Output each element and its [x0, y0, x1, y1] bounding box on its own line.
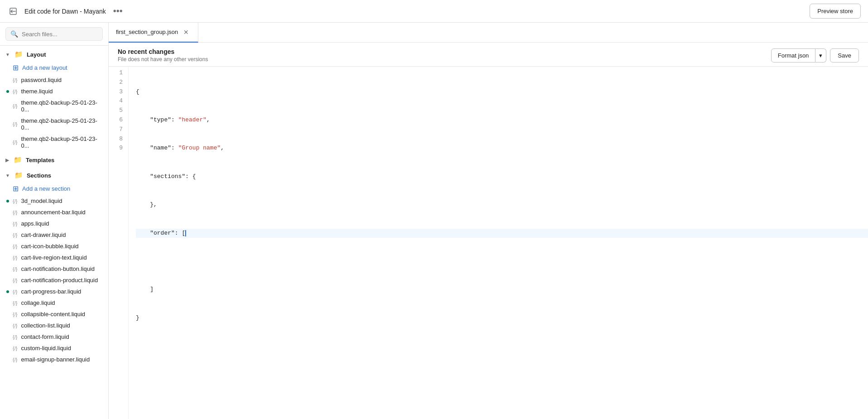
- code-editor[interactable]: 1 2 3 4 5 6 7 8 9 { "type": "header", "n…: [109, 67, 868, 419]
- list-item[interactable]: {/} theme.qb2-backup-25-01-23-0...: [0, 97, 108, 115]
- liquid-icon: {/}: [13, 312, 17, 317]
- list-item[interactable]: {/} apps.liquid: [0, 218, 108, 229]
- add-section-item[interactable]: ⊞ Add a new section: [0, 182, 108, 195]
- topbar-left: Edit code for Dawn - Mayank •••: [7, 4, 125, 18]
- code-line: "sections": {: [136, 172, 868, 182]
- preview-store-button[interactable]: Preview store: [810, 4, 861, 19]
- save-button[interactable]: Save: [830, 48, 859, 63]
- more-options-button[interactable]: •••: [111, 4, 125, 18]
- list-item[interactable]: {/} theme.qb2-backup-25-01-23-0...: [0, 133, 108, 151]
- file-name: cart-notification-product.liquid: [21, 277, 98, 284]
- sections-label: Sections: [27, 172, 51, 179]
- main-area: 🔍 ▼ 📁 Layout ⊞ Add a new layout {/} pass…: [0, 23, 868, 419]
- templates-label: Templates: [26, 157, 54, 164]
- list-item[interactable]: {/} cart-icon-bubble.liquid: [0, 241, 108, 252]
- add-section-label: Add a new section: [22, 185, 70, 192]
- code-line: [136, 257, 868, 266]
- folder-icon: 📁: [14, 156, 22, 164]
- sidebar-section-templates: ▶ 📁 Templates: [0, 153, 108, 167]
- liquid-icon: {/}: [13, 103, 17, 109]
- list-item[interactable]: {/} email-signup-banner.liquid: [0, 354, 108, 365]
- list-item[interactable]: {/} custom-liquid.liquid: [0, 342, 108, 354]
- file-name: cart-drawer.liquid: [21, 231, 66, 238]
- line-numbers: 1 2 3 4 5 6 7 8 9: [109, 67, 129, 419]
- file-name: email-signup-banner.liquid: [21, 356, 90, 363]
- editor-status-bar: No recent changes File does not have any…: [109, 43, 868, 67]
- code-content[interactable]: { "type": "header", "name": "Group name"…: [129, 67, 868, 419]
- add-icon: ⊞: [13, 184, 19, 193]
- folder-icon: 📁: [14, 171, 23, 179]
- chevron-down-icon: ▼: [5, 173, 10, 178]
- list-item[interactable]: {/} cart-notification-product.liquid: [0, 275, 108, 286]
- add-layout-item[interactable]: ⊞ Add a new layout: [0, 61, 108, 74]
- list-item[interactable]: {/} collection-list.liquid: [0, 320, 108, 331]
- layout-label: Layout: [27, 51, 46, 58]
- templates-folder[interactable]: ▶ 📁 Templates: [0, 153, 108, 167]
- file-name: custom-liquid.liquid: [21, 345, 71, 352]
- liquid-icon: {/}: [13, 232, 17, 238]
- code-line: ]: [136, 285, 868, 294]
- file-name: theme.qb2-backup-25-01-23-0...: [21, 135, 103, 149]
- list-item[interactable]: {/} theme.qb2-backup-25-01-23-0...: [0, 115, 108, 133]
- file-name: announcement-bar.liquid: [21, 209, 85, 216]
- liquid-icon: {/}: [13, 89, 17, 94]
- search-input-wrap: 🔍: [5, 27, 103, 41]
- liquid-icon: {/}: [13, 244, 17, 249]
- file-name: collage.liquid: [21, 299, 55, 306]
- tab-label: first_section_group.json: [116, 29, 178, 35]
- code-line-highlighted: "order": [: [136, 229, 868, 238]
- chevron-right-icon: ▶: [5, 158, 9, 163]
- liquid-icon: {/}: [13, 121, 17, 127]
- list-item[interactable]: {/} cart-progress-bar.liquid: [0, 286, 108, 297]
- add-icon: ⊞: [13, 63, 19, 72]
- search-icon: 🔍: [10, 30, 18, 38]
- sidebar-section-sections: ▼ 📁 Sections ⊞ Add a new section {/} 3d_…: [0, 169, 108, 365]
- sidebar: 🔍 ▼ 📁 Layout ⊞ Add a new layout {/} pass…: [0, 23, 109, 419]
- list-item[interactable]: {/} cart-notification-button.liquid: [0, 263, 108, 275]
- status-subtitle: File does not have any other versions: [118, 56, 208, 63]
- code-line: "name": "Group name",: [136, 144, 868, 153]
- layout-folder[interactable]: ▼ 📁 Layout: [0, 48, 108, 61]
- tab-close-button[interactable]: ✕: [182, 28, 191, 37]
- list-item[interactable]: {/} collage.liquid: [0, 297, 108, 308]
- liquid-icon: {/}: [13, 255, 17, 260]
- topbar-title: Edit code for Dawn - Mayank: [24, 8, 106, 15]
- list-item[interactable]: {/} password.liquid: [0, 74, 108, 86]
- back-button[interactable]: [7, 5, 19, 17]
- file-name: cart-notification-button.liquid: [21, 265, 95, 272]
- list-item[interactable]: {/} contact-form.liquid: [0, 331, 108, 342]
- liquid-icon: {/}: [13, 289, 17, 294]
- sidebar-content: ▼ 📁 Layout ⊞ Add a new layout {/} passwo…: [0, 46, 108, 419]
- file-name: collection-list.liquid: [21, 322, 70, 329]
- list-item[interactable]: {/} theme.liquid: [0, 86, 108, 97]
- editor-area: first_section_group.json ✕ No recent cha…: [109, 23, 868, 419]
- liquid-icon: {/}: [13, 221, 17, 226]
- liquid-icon: {/}: [13, 77, 17, 83]
- liquid-icon: {/}: [13, 198, 17, 204]
- file-name: password.liquid: [21, 77, 62, 83]
- modified-dot: [6, 290, 9, 293]
- status-title: No recent changes: [118, 48, 208, 55]
- file-name: cart-icon-bubble.liquid: [21, 243, 78, 250]
- list-item[interactable]: {/} announcement-bar.liquid: [0, 207, 108, 218]
- folder-icon: 📁: [14, 50, 23, 58]
- file-name: cart-live-region-text.liquid: [21, 254, 86, 261]
- list-item[interactable]: {/} cart-drawer.liquid: [0, 229, 108, 241]
- file-name: contact-form.liquid: [21, 333, 69, 340]
- status-actions: Format json ▾ Save: [771, 48, 859, 63]
- tabs-bar: first_section_group.json ✕: [109, 23, 868, 43]
- format-json-button[interactable]: Format json: [771, 48, 816, 63]
- search-input[interactable]: [22, 31, 98, 38]
- search-bar: 🔍: [0, 23, 108, 46]
- list-item[interactable]: {/} cart-live-region-text.liquid: [0, 252, 108, 263]
- liquid-icon: {/}: [13, 266, 17, 272]
- list-item[interactable]: {/} collapsible-content.liquid: [0, 308, 108, 320]
- liquid-icon: {/}: [13, 357, 17, 362]
- file-name: theme.qb2-backup-25-01-23-0...: [21, 99, 103, 113]
- list-item[interactable]: {/} 3d_model.liquid: [0, 195, 108, 207]
- format-dropdown-button[interactable]: ▾: [815, 48, 826, 63]
- editor-tab[interactable]: first_section_group.json ✕: [109, 23, 198, 43]
- add-layout-label: Add a new layout: [22, 64, 67, 71]
- file-name: theme.qb2-backup-25-01-23-0...: [21, 117, 103, 131]
- sections-folder[interactable]: ▼ 📁 Sections: [0, 169, 108, 182]
